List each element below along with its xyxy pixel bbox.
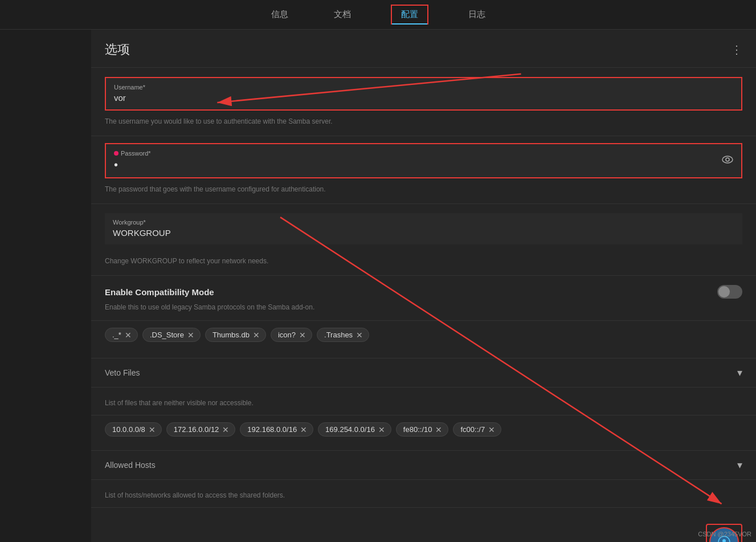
compat-section: Enable Compatibility Mode Enable this to… (91, 276, 756, 321)
password-description: The password that goes with the username… (105, 178, 742, 194)
tag-veto-2-label: Thumbs.db (213, 331, 250, 339)
tag-host-1: 172.16.0.0/12 ✕ (166, 422, 236, 437)
allowed-hosts-label: Allowed Hosts (105, 461, 156, 470)
hosts-tags-row: 10.0.0.0/8 ✕ 172.16.0.0/12 ✕ 192.168.0.0… (105, 422, 742, 437)
tag-host-4: fe80::/10 ✕ (396, 422, 449, 437)
workgroup-label: Workgroup* (113, 219, 734, 226)
password-value[interactable]: • (114, 159, 733, 170)
nav-config[interactable]: 配置 (391, 5, 428, 25)
content-header: 选项 ⋮ (91, 30, 756, 68)
tag-host-3-label: 169.254.0.0/16 (325, 425, 375, 434)
allowed-description-section: List of hosts/networks allowed to access… (91, 480, 756, 508)
tag-veto-3-remove[interactable]: ✕ (299, 331, 306, 339)
nav-info[interactable]: 信息 (265, 1, 294, 28)
tag-veto-1-label: .DS_Store (150, 331, 184, 339)
tag-host-3: 169.254.0.0/16 ✕ (318, 422, 391, 437)
veto-files-description: List of files that are neither visible n… (105, 392, 742, 408)
tag-host-3-remove[interactable]: ✕ (378, 426, 385, 434)
veto-tags-row: ._* ✕ .DS_Store ✕ Thumbs.db ✕ icon? ✕ .T… (105, 328, 742, 342)
compat-header: Enable Compatibility Mode (105, 285, 742, 299)
tag-host-5-remove[interactable]: ✕ (488, 426, 495, 434)
tag-veto-2: Thumbs.db ✕ (205, 328, 266, 342)
tag-veto-1-remove[interactable]: ✕ (187, 331, 194, 339)
tag-host-1-remove[interactable]: ✕ (222, 426, 229, 434)
tag-host-4-label: fe80::/10 (403, 425, 432, 434)
tag-veto-2-remove[interactable]: ✕ (253, 331, 260, 339)
veto-files-label: Veto Files (105, 368, 140, 377)
username-value[interactable]: vor (114, 93, 733, 103)
veto-files-chevron: ▾ (737, 366, 742, 379)
veto-description-section: List of files that are neither visible n… (91, 388, 756, 415)
username-field-group: Username* vor (105, 77, 742, 111)
svg-point-6 (722, 539, 726, 542)
allowed-hosts-dropdown[interactable]: Allowed Hosts ▾ (91, 451, 756, 480)
tag-veto-0: ._* ✕ (105, 328, 138, 342)
password-label: Password* (114, 150, 733, 157)
tag-veto-0-label: ._* (112, 331, 121, 339)
tag-veto-0-remove[interactable]: ✕ (125, 331, 132, 339)
content-area: 选项 ⋮ Username* vor The username you woul… (91, 30, 756, 542)
tag-host-4-remove[interactable]: ✕ (435, 426, 442, 434)
eye-icon[interactable] (722, 155, 733, 166)
veto-files-dropdown[interactable]: Veto Files ▾ (91, 358, 756, 388)
sidebar (0, 30, 91, 542)
watermark: CSDN @2345VOR (698, 531, 751, 537)
svg-point-3 (722, 156, 733, 163)
password-field-group: Password* • (105, 143, 742, 178)
tag-host-2: 192.168.0.0/16 ✕ (240, 422, 313, 437)
menu-dots-button[interactable]: ⋮ (731, 43, 742, 56)
password-icon (114, 151, 118, 156)
tag-host-2-remove[interactable]: ✕ (300, 426, 307, 434)
tag-host-0-label: 10.0.0.0/8 (112, 425, 145, 434)
workgroup-value[interactable]: WORKGROUP (113, 228, 734, 238)
username-section: Username* vor The username you would lik… (91, 77, 756, 136)
tag-veto-3: icon? ✕ (271, 328, 312, 342)
tag-veto-3-label: icon? (278, 331, 296, 339)
tag-veto-4-remove[interactable]: ✕ (356, 331, 363, 339)
bottom-bar (91, 519, 756, 542)
compat-description: Enable this to use old legacy Samba prot… (105, 303, 742, 311)
tag-veto-4: .Trashes ✕ (317, 328, 369, 342)
veto-tags-section: ._* ✕ .DS_Store ✕ Thumbs.db ✕ icon? ✕ .T… (91, 321, 756, 358)
username-description: The username you would like to use to au… (105, 111, 742, 127)
workgroup-field-group: Workgroup* WORKGROUP (105, 213, 742, 244)
hosts-section: 10.0.0.0/8 ✕ 172.16.0.0/12 ✕ 192.168.0.0… (91, 415, 756, 451)
nav-docs[interactable]: 文档 (328, 1, 357, 28)
allowed-hosts-chevron: ▾ (737, 459, 742, 471)
compat-toggle[interactable] (717, 285, 742, 299)
tag-host-5: fc00::/7 ✕ (453, 422, 501, 437)
username-label: Username* (114, 84, 733, 91)
nav-logs[interactable]: 日志 (463, 1, 491, 28)
tag-host-0-remove[interactable]: ✕ (149, 426, 156, 434)
tag-host-1-label: 172.16.0.0/12 (174, 425, 219, 434)
tag-veto-4-label: .Trashes (324, 331, 353, 339)
svg-point-4 (726, 158, 729, 161)
password-section: Password* • The password that goes with … (91, 143, 756, 204)
tag-host-2-label: 192.168.0.0/16 (247, 425, 297, 434)
tag-host-0: 10.0.0.0/8 ✕ (105, 422, 162, 437)
tag-veto-1: .DS_Store ✕ (142, 328, 201, 342)
page-title: 选项 (105, 41, 130, 58)
tag-host-5-label: fc00::/7 (460, 425, 485, 434)
allowed-hosts-description: List of hosts/networks allowed to access… (105, 484, 742, 500)
top-navigation: 信息 文档 配置 日志 (0, 0, 756, 30)
main-layout: 选项 ⋮ Username* vor The username you woul… (0, 30, 756, 542)
compat-title: Enable Compatibility Mode (105, 287, 214, 297)
workgroup-description: Change WORKGROUP to reflect your network… (105, 250, 742, 266)
workgroup-section: Workgroup* WORKGROUP Change WORKGROUP to… (91, 204, 756, 276)
